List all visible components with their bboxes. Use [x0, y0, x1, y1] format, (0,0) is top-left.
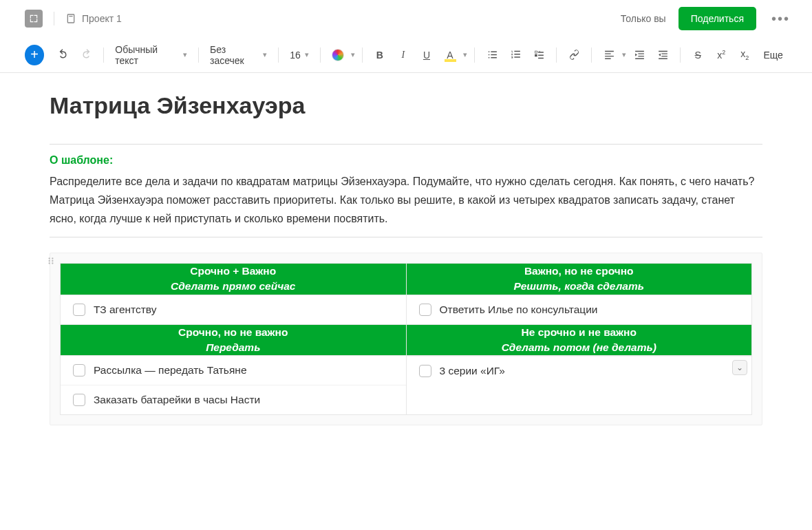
- bulleted-list-button[interactable]: [482, 44, 502, 66]
- undo-button[interactable]: [52, 44, 73, 66]
- more-menu-button[interactable]: •••: [769, 11, 793, 27]
- cell-options-button[interactable]: ⌄: [732, 360, 747, 375]
- color-wheel-icon: [332, 49, 344, 61]
- task-text[interactable]: Рассылка — передать Татьяне: [94, 364, 247, 377]
- checkbox[interactable]: [73, 394, 85, 406]
- align-left-button[interactable]: [599, 44, 619, 66]
- highlight-button[interactable]: A: [440, 44, 460, 66]
- chevron-down-icon: ▾: [263, 50, 267, 59]
- quadrant-3-header[interactable]: Срочно, но не важно Передать: [61, 324, 407, 356]
- task-row[interactable]: 3 серии «ИГ»: [407, 356, 752, 385]
- bold-button[interactable]: B: [370, 44, 390, 66]
- quadrant-2-cell[interactable]: Ответить Илье по консультации: [406, 295, 752, 324]
- chevron-down-icon[interactable]: ▾: [351, 50, 355, 59]
- drag-handle[interactable]: [45, 255, 57, 267]
- divider: [474, 47, 475, 63]
- matrix-table-block[interactable]: Срочно + Важно Сделать прямо сейчас Важн…: [50, 253, 762, 426]
- top-header: Проект 1 Только вы Поделиться •••: [0, 0, 812, 37]
- strikethrough-icon: S: [695, 50, 701, 61]
- svg-point-1: [52, 257, 53, 259]
- outdent-icon: [657, 49, 669, 61]
- svg-point-3: [52, 259, 53, 261]
- subscript-icon: x2: [740, 48, 749, 61]
- bold-icon: B: [376, 50, 383, 61]
- more-tools-button[interactable]: Еще: [758, 47, 787, 63]
- eisenhower-matrix: Срочно + Важно Сделать прямо сейчас Важн…: [60, 263, 752, 416]
- document-body[interactable]: Матрица Эйзенхауэра О шаблоне: Распредел…: [0, 73, 812, 425]
- quadrant-2-header[interactable]: Важно, но не срочно Решить, когда сделат…: [406, 263, 752, 295]
- chevron-down-icon: ⌄: [736, 363, 743, 372]
- highlight-icon: A: [445, 50, 456, 61]
- italic-button[interactable]: I: [393, 44, 414, 66]
- chevron-down-icon[interactable]: ▾: [622, 50, 626, 59]
- underline-icon: U: [423, 50, 430, 61]
- chevron-down-icon[interactable]: ▾: [463, 50, 467, 59]
- share-button[interactable]: Поделиться: [679, 7, 756, 30]
- align-left-icon: [603, 49, 615, 61]
- task-text[interactable]: Заказать батарейки в часы Насти: [94, 394, 260, 406]
- checkbox[interactable]: [419, 365, 431, 377]
- visibility-label[interactable]: Только вы: [621, 13, 666, 24]
- chevron-down-icon: ▾: [183, 50, 187, 59]
- quadrant-4-header[interactable]: Не срочно и не важно Сделать потом (не д…: [406, 324, 752, 356]
- font-size-select[interactable]: 16 ▾: [286, 47, 313, 63]
- divider: [50, 144, 762, 145]
- divider: [103, 47, 104, 63]
- checkbox[interactable]: [73, 364, 85, 377]
- italic-icon: I: [402, 50, 405, 61]
- underline-button[interactable]: U: [416, 44, 437, 66]
- divider: [54, 12, 54, 25]
- svg-point-0: [49, 257, 50, 259]
- checkbox[interactable]: [73, 304, 85, 316]
- task-text[interactable]: 3 серии «ИГ»: [440, 365, 505, 377]
- task-text[interactable]: Ответить Илье по консультации: [440, 304, 598, 316]
- subscript-button[interactable]: x2: [734, 44, 755, 66]
- redo-icon: [81, 49, 92, 61]
- outdent-button[interactable]: [652, 44, 673, 66]
- quadrant-3-cell[interactable]: Рассылка — передать Татьяне Заказать бат…: [61, 356, 407, 415]
- task-row[interactable]: Ответить Илье по консультации: [407, 295, 752, 324]
- indent-button[interactable]: [629, 44, 650, 66]
- divider: [556, 47, 557, 63]
- paragraph-style-select[interactable]: Обычный текст ▾: [111, 41, 191, 69]
- template-description[interactable]: Распределите все дела и задачи по квадра…: [50, 172, 762, 229]
- checkbox[interactable]: [419, 304, 431, 316]
- drag-handle-icon: [46, 256, 56, 266]
- svg-point-4: [49, 262, 50, 264]
- divider: [680, 47, 681, 63]
- link-icon: [568, 49, 580, 61]
- breadcrumb[interactable]: Проект 1: [65, 13, 122, 24]
- quadrant-1-header[interactable]: Срочно + Важно Сделать прямо сейчас: [61, 263, 407, 295]
- svg-point-5: [52, 262, 53, 264]
- toolbar: + Обычный текст ▾ Без засечек ▾ 16 ▾ ▾ B…: [0, 37, 812, 73]
- link-button[interactable]: [564, 44, 584, 66]
- indent-icon: [634, 49, 645, 61]
- text-color-button[interactable]: [328, 44, 348, 66]
- page-title[interactable]: Матрица Эйзенхауэра: [50, 92, 762, 119]
- add-button[interactable]: +: [25, 45, 44, 65]
- redo-button[interactable]: [76, 44, 96, 66]
- collapse-sidebar-button[interactable]: [25, 10, 43, 28]
- header-right: Только вы Поделиться •••: [621, 7, 793, 30]
- divider: [278, 47, 279, 63]
- template-heading[interactable]: О шаблоне:: [50, 154, 762, 167]
- numbered-list-button[interactable]: [505, 44, 526, 66]
- divider: [198, 47, 199, 63]
- task-row[interactable]: Заказать батарейки в часы Насти: [61, 385, 406, 414]
- task-text[interactable]: ТЗ агентству: [94, 304, 157, 316]
- breadcrumb-label: Проект 1: [82, 13, 122, 24]
- superscript-button[interactable]: x2: [711, 44, 731, 66]
- checklist-button[interactable]: [528, 44, 549, 66]
- task-row[interactable]: ТЗ агентству: [61, 295, 406, 324]
- font-family-select[interactable]: Без засечек ▾: [206, 41, 271, 69]
- quadrant-4-cell[interactable]: ⌄ 3 серии «ИГ»: [406, 356, 752, 415]
- svg-point-2: [49, 259, 50, 261]
- divider: [362, 47, 363, 63]
- strikethrough-button[interactable]: S: [687, 44, 708, 66]
- divider: [591, 47, 592, 63]
- chevron-down-icon: ▾: [305, 50, 309, 59]
- quadrant-1-cell[interactable]: ТЗ агентству: [61, 295, 407, 324]
- notebook-icon: [65, 13, 76, 24]
- task-row[interactable]: Рассылка — передать Татьяне: [61, 356, 406, 385]
- divider: [50, 237, 762, 237]
